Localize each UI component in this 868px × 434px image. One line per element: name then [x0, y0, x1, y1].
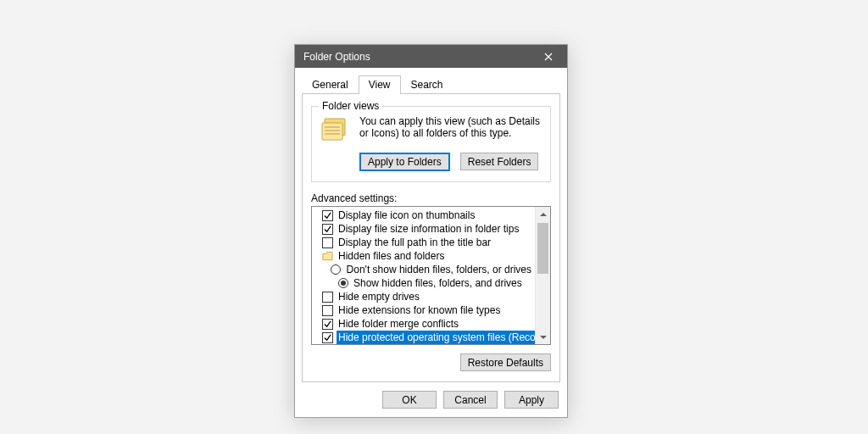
svg-rect-3: [325, 130, 340, 131]
checkbox-icon[interactable]: [322, 224, 333, 235]
apply-button[interactable]: Apply: [504, 391, 559, 409]
tree-item[interactable]: Display the full path in the title bar: [322, 236, 533, 249]
titlebar[interactable]: Folder Options: [295, 45, 567, 68]
tree-item-label: Hide folder merge conflicts: [337, 317, 460, 331]
folder-options-dialog: Folder Options General View Search Folde…: [294, 44, 568, 418]
checkbox-icon[interactable]: [322, 210, 333, 221]
tree-item[interactable]: Hide protected operating system files (R…: [322, 331, 533, 344]
tree-item-label: Display the full path in the title bar: [337, 236, 492, 249]
tree-item[interactable]: Hidden files and folders: [322, 249, 533, 263]
folder-views-description: You can apply this view (such as Details…: [359, 115, 542, 139]
tree-item-label: Display file icon on thumbnails: [337, 209, 476, 222]
reset-folders-button[interactable]: Reset Folders: [460, 153, 539, 170]
close-icon: [544, 53, 553, 61]
cancel-button[interactable]: Cancel: [443, 391, 498, 409]
tree-item[interactable]: Display file size information in folder …: [322, 222, 533, 236]
tree-item[interactable]: Show hidden files, folders, and drives: [322, 276, 533, 290]
svg-rect-2: [325, 126, 340, 128]
ok-button[interactable]: OK: [382, 391, 437, 409]
checkbox-icon[interactable]: [322, 332, 333, 343]
apply-to-folders-button[interactable]: Apply to Folders: [359, 153, 450, 171]
restore-defaults-button[interactable]: Restore Defaults: [460, 353, 551, 371]
tab-view[interactable]: View: [359, 75, 401, 94]
tab-search[interactable]: Search: [401, 75, 453, 94]
close-button[interactable]: [530, 45, 567, 68]
radio-icon[interactable]: [337, 278, 348, 289]
checkbox-icon[interactable]: [322, 237, 333, 248]
tree-item-label: Show hidden files, folders, and drives: [352, 276, 524, 290]
tree-item-label: Hide empty drives: [337, 290, 421, 303]
radio-icon[interactable]: [331, 264, 342, 275]
chevron-down-icon: [540, 334, 547, 341]
tree-item[interactable]: Don't show hidden files, folders, or dri…: [322, 263, 533, 276]
advanced-settings-tree: Display file icon on thumbnailsDisplay f…: [311, 206, 551, 345]
checkbox-icon[interactable]: [322, 319, 333, 330]
advanced-settings-list[interactable]: Display file icon on thumbnailsDisplay f…: [312, 207, 535, 344]
tree-item-label: Display file size information in folder …: [337, 222, 520, 236]
svg-rect-4: [325, 133, 340, 135]
tree-item[interactable]: Display file icon on thumbnails: [322, 209, 533, 222]
scrollbar-thumb[interactable]: [537, 223, 548, 274]
tree-item[interactable]: Hide extensions for known file types: [322, 303, 533, 317]
tree-item[interactable]: Hide folder merge conflicts: [322, 317, 533, 331]
tab-strip: General View Search: [302, 75, 560, 94]
scroll-up-button[interactable]: [536, 207, 550, 221]
scrollbar-track[interactable]: [536, 221, 550, 330]
folder-views-group: Folder views You can apply this view (su…: [311, 106, 551, 182]
tab-page-view: Folder views You can apply this view (su…: [302, 94, 560, 382]
tree-item-label: Hidden files and folders: [337, 249, 446, 263]
tree-item[interactable]: Hide empty drives: [322, 290, 533, 303]
dialog-client-area: General View Search Folder views You can…: [295, 68, 567, 417]
chevron-up-icon: [540, 211, 547, 218]
tree-item-label: Hide protected operating system files (R…: [337, 331, 535, 344]
tab-general[interactable]: General: [302, 75, 359, 94]
folder-views-legend: Folder views: [319, 100, 382, 112]
checkbox-icon[interactable]: [322, 292, 333, 303]
folder-stack-icon: [320, 115, 351, 144]
dialog-button-row: OK Cancel Apply: [302, 391, 560, 409]
vertical-scrollbar[interactable]: [535, 207, 550, 344]
tree-item-label: Hide extensions for known file types: [337, 303, 502, 317]
scroll-down-button[interactable]: [536, 330, 550, 344]
checkbox-icon[interactable]: [322, 305, 333, 316]
folder-icon: [322, 251, 333, 262]
advanced-settings-label: Advanced settings:: [311, 192, 551, 204]
window-title: Folder Options: [303, 51, 370, 63]
tree-item-label: Don't show hidden files, folders, or dri…: [345, 263, 533, 276]
